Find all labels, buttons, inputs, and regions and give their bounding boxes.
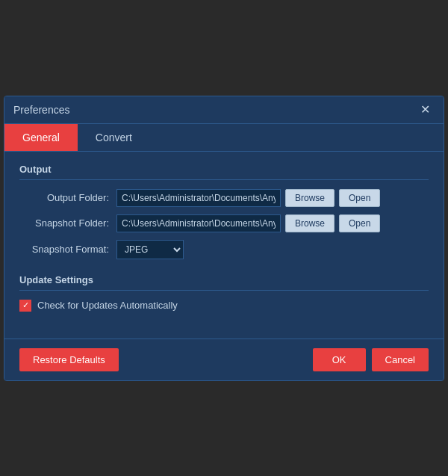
tab-convert[interactable]: Convert — [78, 124, 150, 151]
content-area: Output Output Folder: Browse Open Snapsh… — [4, 152, 444, 339]
auto-update-label: Check for Updates Automatically — [37, 300, 178, 311]
output-folder-input[interactable] — [116, 189, 281, 207]
tabs-bar: General Convert — [4, 124, 444, 152]
close-button[interactable]: ✕ — [416, 102, 435, 117]
auto-update-checkbox[interactable]: ✓ — [19, 300, 31, 312]
output-folder-label: Output Folder: — [19, 192, 116, 203]
output-section: Output Output Folder: Browse Open Snapsh… — [19, 164, 429, 259]
tab-general[interactable]: General — [4, 124, 78, 151]
output-section-title: Output — [19, 164, 429, 180]
footer-right-buttons: OK Cancel — [313, 348, 429, 371]
snapshot-format-label: Snapshot Format: — [19, 244, 116, 255]
cancel-button[interactable]: Cancel — [372, 348, 429, 371]
snapshot-folder-input[interactable] — [116, 214, 281, 232]
title-bar: Preferences ✕ — [4, 96, 444, 124]
snapshot-format-select[interactable]: JPEG PNG BMP — [116, 240, 184, 259]
snapshot-folder-browse-button[interactable]: Browse — [285, 214, 335, 232]
footer: Restore Defaults OK Cancel — [4, 339, 444, 380]
auto-update-row: ✓ Check for Updates Automatically — [19, 300, 429, 312]
update-settings-title: Update Settings — [19, 274, 429, 291]
restore-defaults-button[interactable]: Restore Defaults — [19, 348, 119, 371]
preferences-dialog: Preferences ✕ General Convert Output Out… — [4, 96, 444, 381]
output-folder-row: Output Folder: Browse Open — [19, 189, 429, 207]
snapshot-format-row: Snapshot Format: JPEG PNG BMP — [19, 240, 429, 259]
snapshot-folder-row: Snapshot Folder: Browse Open — [19, 214, 429, 232]
output-folder-open-button[interactable]: Open — [339, 189, 380, 207]
dialog-title: Preferences — [13, 104, 69, 116]
snapshot-folder-open-button[interactable]: Open — [339, 214, 380, 232]
ok-button[interactable]: OK — [313, 348, 366, 371]
update-settings-section: Update Settings ✓ Check for Updates Auto… — [19, 274, 429, 312]
check-icon: ✓ — [22, 301, 29, 309]
output-folder-browse-button[interactable]: Browse — [285, 189, 335, 207]
snapshot-folder-label: Snapshot Folder: — [19, 217, 116, 229]
